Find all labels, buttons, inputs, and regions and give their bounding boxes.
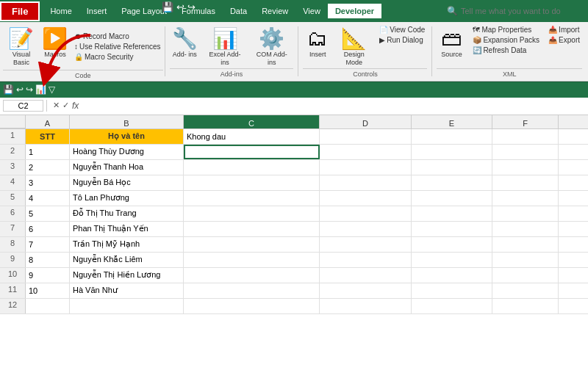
cell-b11[interactable]: Hà Văn Như xyxy=(70,283,184,298)
cell-b7[interactable]: Phan Thị Thuận Yến xyxy=(70,222,184,236)
excel-addins-button[interactable]: 📊 Excel Add-ins xyxy=(203,25,247,68)
cell-b4[interactable]: Nguyễn Bá Học xyxy=(70,175,184,190)
tab-data[interactable]: Data xyxy=(223,4,254,18)
cell-f3[interactable] xyxy=(492,160,559,175)
cell-a2[interactable]: 1 xyxy=(26,145,70,159)
col-header-c[interactable]: C xyxy=(184,115,320,128)
cell-f2[interactable] xyxy=(492,145,559,159)
import-button[interactable]: 📥 Import xyxy=(546,25,582,35)
cell-c9[interactable] xyxy=(184,253,320,267)
cell-d9[interactable] xyxy=(320,253,412,267)
col-header-d[interactable]: D xyxy=(320,115,412,128)
redo-qa-icon[interactable]: ↪ xyxy=(187,1,196,12)
filter-icon[interactable]: ▽ xyxy=(49,84,55,95)
cell-d11[interactable] xyxy=(320,283,412,298)
cancel-formula-icon[interactable]: ✕ xyxy=(53,101,60,111)
expansion-packs-button[interactable]: 📦 Expansion Packs xyxy=(470,35,542,45)
cell-c4[interactable] xyxy=(184,175,320,190)
cell-f12[interactable] xyxy=(492,299,559,313)
col-header-e[interactable]: E xyxy=(412,115,492,128)
cell-c12[interactable] xyxy=(184,299,320,313)
cell-b5[interactable]: Tô Lan Phương xyxy=(70,191,184,206)
cell-c5[interactable] xyxy=(184,191,320,206)
cell-e8[interactable] xyxy=(412,237,492,252)
cell-a9[interactable]: 8 xyxy=(26,253,70,267)
record-macro-button[interactable]: ⏺ Record Macro xyxy=(72,32,163,41)
macro-security-button[interactable]: 🔒 Macro Security xyxy=(72,52,163,62)
macros-button[interactable]: ▶️ Macros xyxy=(40,25,71,68)
tell-me-input[interactable] xyxy=(461,7,582,15)
tab-review[interactable]: Review xyxy=(254,4,295,18)
cell-a7[interactable]: 6 xyxy=(26,222,70,236)
cell-a1[interactable]: STT xyxy=(26,129,70,144)
com-addins-button[interactable]: ⚙️ COM Add-ins xyxy=(250,25,293,68)
run-dialog-button[interactable]: ▶ Run Dialog xyxy=(377,35,427,45)
col-header-b[interactable]: B xyxy=(70,115,184,128)
source-button[interactable]: 🗃 Source xyxy=(437,25,466,60)
cell-d8[interactable] xyxy=(320,237,412,252)
cell-c2[interactable] xyxy=(184,145,320,159)
cell-b1[interactable]: Họ và tên xyxy=(70,129,184,144)
cell-e10[interactable] xyxy=(412,268,492,283)
redo-icon2[interactable]: ↪ xyxy=(26,84,33,95)
cell-f7[interactable] xyxy=(492,222,559,236)
file-button[interactable]: File xyxy=(0,1,40,21)
tab-insert[interactable]: Insert xyxy=(79,4,115,18)
chart-icon[interactable]: 📊 xyxy=(35,84,46,95)
cell-f11[interactable] xyxy=(492,283,559,298)
cell-e4[interactable] xyxy=(412,175,492,190)
cell-e3[interactable] xyxy=(412,160,492,175)
undo-icon2[interactable]: ↩ xyxy=(16,84,24,95)
undo-qa-icon[interactable]: ↩ xyxy=(176,1,184,12)
view-code-button[interactable]: 📄 View Code xyxy=(377,25,427,35)
cell-e7[interactable] xyxy=(412,222,492,236)
cell-f5[interactable] xyxy=(492,191,559,206)
cell-e5[interactable] xyxy=(412,191,492,206)
cell-b12[interactable] xyxy=(70,299,184,313)
use-relative-references-button[interactable]: ↕ Use Relative References xyxy=(72,42,163,51)
tab-home[interactable]: Home xyxy=(43,4,79,18)
cell-f1[interactable] xyxy=(492,129,559,144)
save-icon2[interactable]: 💾 xyxy=(3,84,14,95)
tab-view[interactable]: View xyxy=(295,4,328,18)
cell-a12[interactable] xyxy=(26,299,70,313)
cell-c1[interactable]: Khong dau xyxy=(184,129,320,144)
insert-function-icon[interactable]: fx xyxy=(72,101,79,111)
cell-b8[interactable]: Trần Thị Mỹ Hạnh xyxy=(70,237,184,252)
export-button[interactable]: 📤 Export xyxy=(546,35,582,45)
cell-a10[interactable]: 9 xyxy=(26,268,70,283)
cell-e11[interactable] xyxy=(412,283,492,298)
cell-a6[interactable]: 5 xyxy=(26,206,70,221)
cell-d2[interactable] xyxy=(320,145,412,159)
cell-e1[interactable] xyxy=(412,129,492,144)
cell-f8[interactable] xyxy=(492,237,559,252)
formula-input[interactable] xyxy=(82,101,585,111)
visual-basic-button[interactable]: 📝 Visual Basic xyxy=(3,25,40,68)
cell-d6[interactable] xyxy=(320,206,412,221)
cell-a3[interactable]: 2 xyxy=(26,160,70,175)
cell-b2[interactable]: Hoàng Thùy Dương xyxy=(70,145,184,159)
cell-f9[interactable] xyxy=(492,253,559,267)
cell-b9[interactable]: Nguyễn Khắc Liêm xyxy=(70,253,184,267)
refresh-data-button[interactable]: 🔄 Refresh Data xyxy=(470,46,542,55)
cell-d5[interactable] xyxy=(320,191,412,206)
cell-c6[interactable] xyxy=(184,206,320,221)
cell-e6[interactable] xyxy=(412,206,492,221)
cell-c8[interactable] xyxy=(184,237,320,252)
cell-d1[interactable] xyxy=(320,129,412,144)
cell-a8[interactable]: 7 xyxy=(26,237,70,252)
cell-c11[interactable] xyxy=(184,283,320,298)
tab-developer[interactable]: Developer xyxy=(328,4,381,18)
insert-control-button[interactable]: 🗂 Insert xyxy=(303,25,332,60)
cell-reference-box[interactable] xyxy=(3,100,43,112)
cell-b10[interactable]: Nguyễn Thị Hiền Lương xyxy=(70,268,184,283)
confirm-formula-icon[interactable]: ✓ xyxy=(62,101,69,111)
cell-f4[interactable] xyxy=(492,175,559,190)
cell-e2[interactable] xyxy=(412,145,492,159)
cell-a11[interactable]: 10 xyxy=(26,283,70,298)
cell-e12[interactable] xyxy=(412,299,492,313)
cell-f6[interactable] xyxy=(492,206,559,221)
col-header-a[interactable]: A xyxy=(26,115,70,128)
col-header-f[interactable]: F xyxy=(492,115,559,128)
cell-b3[interactable]: Nguyễn Thanh Hoa xyxy=(70,160,184,175)
